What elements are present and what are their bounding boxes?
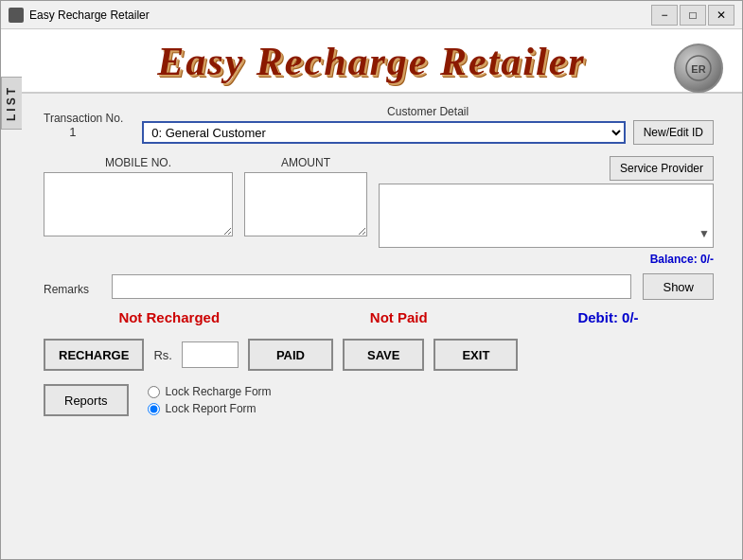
radio-group: Lock Recharge Form Lock Report Form <box>148 385 272 415</box>
save-button[interactable]: SAVE <box>343 339 424 371</box>
customer-select[interactable]: 0: General Customer <box>142 121 625 144</box>
app-logo: ER <box>674 44 723 93</box>
svg-text:ER: ER <box>691 63 705 75</box>
transaction-number: 1 <box>69 125 97 139</box>
fields-row: MOBILE NO. AMOUNT Service Provider <box>44 156 714 248</box>
service-provider-header: Service Provider <box>379 156 714 181</box>
mobile-group: MOBILE NO. <box>44 156 233 248</box>
customer-detail-group: Customer Detail 0: General Customer New/… <box>142 105 714 145</box>
main-form: Transaction No. 1 Customer Detail 0: Gen… <box>1 94 742 426</box>
remarks-label: Remarks <box>44 283 100 296</box>
maximize-button[interactable]: □ <box>680 5 706 26</box>
transaction-label: Transaction No. <box>44 112 123 125</box>
main-window: Easy Recharge Retailer − □ ✕ Easy Rechar… <box>0 0 743 560</box>
rs-label: Rs. <box>153 348 172 362</box>
remarks-input[interactable] <box>112 274 631 299</box>
transaction-customer-row: Transaction No. 1 Customer Detail 0: Gen… <box>44 105 714 145</box>
amount-group: AMOUNT <box>244 156 367 248</box>
lock-recharge-radio[interactable] <box>148 386 160 398</box>
lock-report-label: Lock Report Form <box>166 402 257 415</box>
minimize-button[interactable]: − <box>651 5 678 26</box>
status-not-paid: Not Paid <box>370 309 428 325</box>
list-tab[interactable]: LIST <box>1 77 22 130</box>
reports-button[interactable]: Reports <box>44 384 129 416</box>
title-bar: Easy Recharge Retailer − □ ✕ <box>1 1 742 29</box>
lock-report-radio[interactable] <box>148 403 160 415</box>
show-button[interactable]: Show <box>643 273 714 300</box>
rs-input[interactable] <box>182 341 239 368</box>
lock-recharge-label: Lock Recharge Form <box>166 385 272 398</box>
customer-detail-label: Customer Detail <box>142 105 714 118</box>
remarks-row: Remarks Show <box>44 273 714 300</box>
close-button[interactable]: ✕ <box>708 5 734 26</box>
recharge-button[interactable]: RECHARGE <box>44 339 144 371</box>
status-row: Not Recharged Not Paid Debit: 0/- <box>44 309 714 325</box>
service-provider-wrapper: ▼ <box>379 184 714 248</box>
paid-button[interactable]: PAID <box>248 339 333 371</box>
service-provider-select[interactable] <box>379 184 714 248</box>
lock-recharge-option[interactable]: Lock Recharge Form <box>148 385 272 398</box>
mobile-input[interactable] <box>44 172 233 236</box>
service-provider-button[interactable]: Service Provider <box>610 156 714 181</box>
amount-label: AMOUNT <box>244 156 367 169</box>
service-provider-group: Service Provider ▼ <box>379 156 714 248</box>
balance-text: Balance: 0/- <box>650 253 714 266</box>
form-area: Easy Recharge Retailer ER LIST Transacti… <box>1 29 742 559</box>
customer-select-row: 0: General Customer New/Edit ID <box>142 120 714 145</box>
lock-report-option[interactable]: Lock Report Form <box>148 402 272 415</box>
exit-button[interactable]: EXIT <box>433 339 518 371</box>
balance-row: Balance: 0/- <box>44 252 714 266</box>
window-title: Easy Recharge Retailer <box>29 9 651 22</box>
app-title: Easy Recharge Retailer <box>1 39 742 84</box>
window-controls: − □ ✕ <box>651 5 734 26</box>
action-buttons-row: RECHARGE Rs. PAID SAVE EXIT <box>44 339 714 371</box>
status-not-recharged: Not Recharged <box>118 309 220 325</box>
bottom-row: Reports Lock Recharge Form Lock Report F… <box>44 384 714 416</box>
status-debit: Debit: 0/- <box>577 309 638 325</box>
mobile-label: MOBILE NO. <box>44 156 233 169</box>
app-icon <box>9 8 24 23</box>
amount-input[interactable] <box>244 172 367 236</box>
header-banner: Easy Recharge Retailer ER <box>1 29 742 94</box>
new-edit-button[interactable]: New/Edit ID <box>633 120 714 145</box>
